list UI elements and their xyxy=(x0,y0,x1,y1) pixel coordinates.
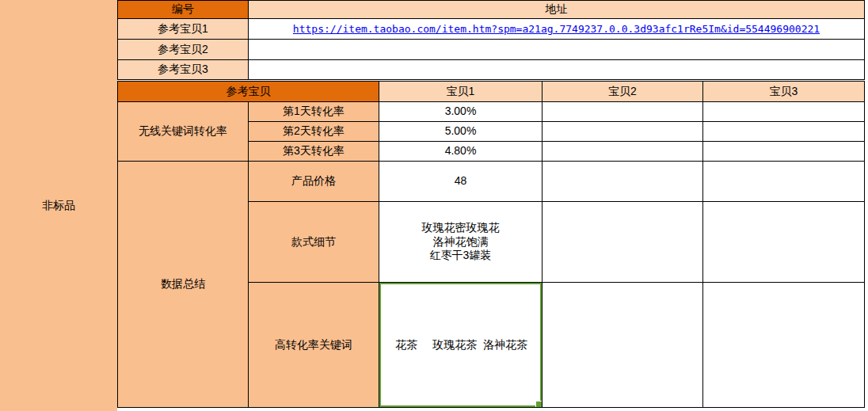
product-price-item1-cell[interactable]: 48 xyxy=(379,162,542,202)
product-price-item2-cell[interactable] xyxy=(542,162,703,202)
ref-item-2-label-cell[interactable]: 参考宝贝2 xyxy=(118,40,249,60)
day2-conversion-item2-cell[interactable] xyxy=(542,122,703,142)
product-price-label-cell[interactable]: 产品价格 xyxy=(249,162,379,202)
ref-item-1-label-cell[interactable]: 参考宝贝1 xyxy=(118,19,249,40)
item3-column-header-cell[interactable]: 宝贝3 xyxy=(703,82,865,102)
address-header-cell[interactable]: 地址 xyxy=(249,1,865,19)
day3-conversion-label-cell[interactable]: 第3天转化率 xyxy=(249,142,379,162)
id-header-cell[interactable]: 编号 xyxy=(118,1,249,19)
high-conversion-keywords-item3-cell[interactable] xyxy=(703,283,865,408)
data-summary-group-cell[interactable]: 数据总结 xyxy=(118,162,249,408)
ref-item-2-address-cell[interactable] xyxy=(249,40,865,60)
taobao-item-link[interactable]: https://item.taobao.com/item.htm?spm=a21… xyxy=(293,23,820,35)
fill-handle[interactable] xyxy=(535,401,542,408)
ref-item-1-address-cell[interactable]: https://item.taobao.com/item.htm?spm=a21… xyxy=(249,19,865,40)
day3-conversion-item1-cell[interactable]: 4.80% xyxy=(379,142,542,162)
day3-conversion-item3-cell[interactable] xyxy=(703,142,865,162)
keywords-value: 花茶 玫瑰花茶 洛神花茶 xyxy=(394,338,527,351)
high-conversion-keywords-item2-cell[interactable] xyxy=(542,283,703,408)
category-label: 非标品 xyxy=(42,199,75,213)
item2-column-header-cell[interactable]: 宝贝2 xyxy=(542,82,703,102)
high-conversion-keywords-item1-cell[interactable]: 花茶 玫瑰花茶 洛神花茶 xyxy=(379,283,542,408)
day2-conversion-label-cell[interactable]: 第2天转化率 xyxy=(249,122,379,142)
ref-item-3-label-cell[interactable]: 参考宝贝3 xyxy=(118,60,249,80)
spreadsheet-view: 非标品 编号 地址 参考宝贝1 https://item.taobao.com/… xyxy=(0,0,868,411)
category-cell[interactable]: 非标品 xyxy=(0,0,117,411)
day1-conversion-label-cell[interactable]: 第1天转化率 xyxy=(249,102,379,122)
day1-conversion-item3-cell[interactable] xyxy=(703,102,865,122)
product-price-item3-cell[interactable] xyxy=(703,162,865,202)
high-conversion-keywords-label-cell[interactable]: 高转化率关键词 xyxy=(249,283,379,408)
analysis-table: 参考宝贝 宝贝1 宝贝2 宝贝3 无线关键词转化率 第1天转化率 3.00% 第… xyxy=(117,81,865,408)
wireless-keyword-conversion-group-cell[interactable]: 无线关键词转化率 xyxy=(118,102,249,162)
day2-conversion-item1-cell[interactable]: 5.00% xyxy=(379,122,542,142)
day2-conversion-item3-cell[interactable] xyxy=(703,122,865,142)
day1-conversion-item1-cell[interactable]: 3.00% xyxy=(379,102,542,122)
item1-column-header-cell[interactable]: 宝贝1 xyxy=(379,82,542,102)
day3-conversion-item2-cell[interactable] xyxy=(542,142,703,162)
style-details-item1-cell[interactable]: 玫瑰花密玫瑰花 洛神花饱满 红枣干3罐装 xyxy=(379,202,542,283)
style-details-label-cell[interactable]: 款式细节 xyxy=(249,202,379,283)
style-details-item2-cell[interactable] xyxy=(542,202,703,283)
ref-items-header-cell[interactable]: 参考宝贝 xyxy=(118,82,379,102)
ref-item-3-address-cell[interactable] xyxy=(249,60,865,80)
address-table: 编号 地址 参考宝贝1 https://item.taobao.com/item… xyxy=(117,0,865,80)
style-details-item3-cell[interactable] xyxy=(703,202,865,283)
day1-conversion-item2-cell[interactable] xyxy=(542,102,703,122)
